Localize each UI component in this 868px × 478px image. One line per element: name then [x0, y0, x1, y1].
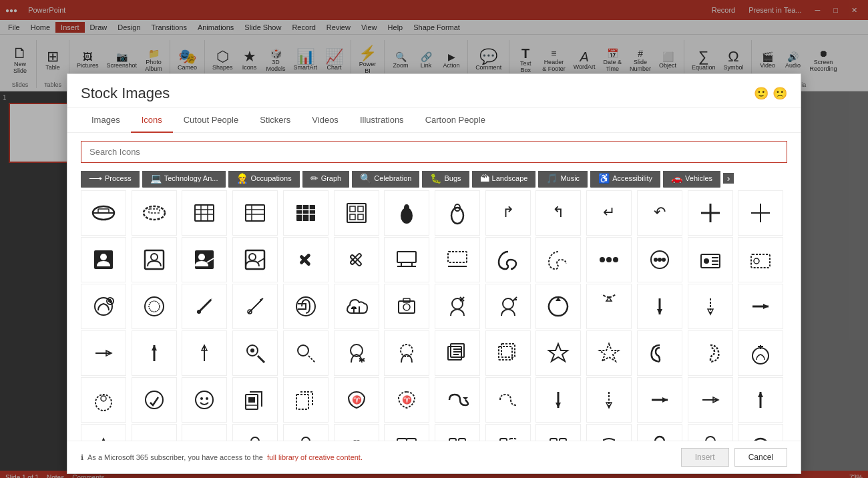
- icon-cell[interactable]: [384, 424, 429, 441]
- icon-cell[interactable]: [334, 330, 379, 376]
- icon-cell[interactable]: [688, 377, 733, 423]
- icon-cell[interactable]: [535, 330, 581, 376]
- tab-icons[interactable]: Icons: [131, 108, 173, 133]
- icon-cell[interactable]: ↶: [637, 190, 682, 236]
- icon-cell[interactable]: [586, 377, 632, 423]
- icon-cell[interactable]: [182, 424, 227, 441]
- icon-cell[interactable]: [688, 237, 733, 282]
- icons-grid-container[interactable]: ↱ ↰ ↵ ↶: [67, 190, 801, 441]
- icon-cell[interactable]: [283, 237, 329, 282]
- icon-cell[interactable]: [132, 377, 177, 423]
- sad-icon[interactable]: 🙁: [773, 86, 787, 101]
- icon-cell[interactable]: [586, 424, 632, 441]
- category-occupations[interactable]: 👷 Occupations: [228, 171, 299, 188]
- happy-icon[interactable]: 🙂: [754, 86, 769, 101]
- icon-cell[interactable]: [81, 284, 126, 329]
- icon-cell[interactable]: [132, 284, 177, 329]
- category-accessibility[interactable]: ♿ Accessibility: [590, 171, 660, 188]
- icon-cell[interactable]: ↰: [535, 190, 581, 236]
- icon-cell[interactable]: ↱: [485, 190, 531, 236]
- icon-cell[interactable]: [232, 284, 278, 329]
- tab-videos[interactable]: Videos: [301, 108, 349, 133]
- icon-cell[interactable]: [384, 330, 429, 376]
- icon-cell[interactable]: [688, 424, 733, 441]
- icon-cell[interactable]: [485, 237, 531, 282]
- icon-cell[interactable]: [334, 424, 379, 441]
- icon-cell[interactable]: [232, 190, 278, 236]
- icon-cell[interactable]: [435, 237, 480, 282]
- category-graph[interactable]: ✏ Graph: [302, 171, 350, 188]
- icon-cell[interactable]: [738, 377, 783, 423]
- icon-cell[interactable]: [182, 237, 227, 282]
- icon-cell[interactable]: [637, 237, 682, 282]
- tab-illustrations[interactable]: Illustrations: [349, 108, 415, 133]
- tab-cartoon-people[interactable]: Cartoon People: [415, 108, 496, 133]
- icon-cell[interactable]: [738, 190, 783, 236]
- icon-cell[interactable]: [637, 284, 682, 329]
- icon-cell[interactable]: [586, 284, 632, 329]
- icon-cell[interactable]: [435, 190, 480, 236]
- category-celebration[interactable]: 🔍 Celebration: [352, 171, 419, 188]
- tab-images[interactable]: Images: [81, 108, 131, 133]
- icon-cell[interactable]: [688, 284, 733, 329]
- icon-cell[interactable]: [688, 330, 733, 376]
- icon-cell[interactable]: [334, 190, 379, 236]
- icon-cell[interactable]: [688, 190, 733, 236]
- cancel-button[interactable]: Cancel: [734, 448, 787, 467]
- icon-cell[interactable]: [182, 377, 227, 423]
- icon-cell[interactable]: [334, 284, 379, 329]
- icon-cell[interactable]: [586, 330, 632, 376]
- icon-cell[interactable]: [435, 284, 480, 329]
- icon-cell[interactable]: [132, 330, 177, 376]
- icon-cell[interactable]: [535, 424, 581, 441]
- icon-cell[interactable]: [232, 330, 278, 376]
- icon-cell[interactable]: [535, 284, 581, 329]
- icon-cell[interactable]: [81, 377, 126, 423]
- icon-cell[interactable]: [485, 377, 531, 423]
- icon-cell[interactable]: [182, 190, 227, 236]
- icon-cell[interactable]: [283, 424, 329, 441]
- icon-cell[interactable]: [81, 190, 126, 236]
- icon-cell[interactable]: [535, 377, 581, 423]
- icon-cell[interactable]: [535, 237, 581, 282]
- footer-link[interactable]: full library of creative content.: [267, 453, 363, 461]
- category-technology[interactable]: 💻 Technology An...: [142, 171, 226, 188]
- icon-cell[interactable]: [232, 424, 278, 441]
- icon-cell[interactable]: [182, 284, 227, 329]
- icon-cell[interactable]: [283, 330, 329, 376]
- icon-cell[interactable]: ↵: [586, 190, 632, 236]
- icon-cell[interactable]: [586, 237, 632, 282]
- icon-cell[interactable]: [81, 237, 126, 282]
- icon-cell[interactable]: [637, 377, 682, 423]
- icon-cell[interactable]: [283, 284, 329, 329]
- icon-cell[interactable]: [485, 284, 531, 329]
- icon-cell[interactable]: [384, 237, 429, 282]
- icon-cell[interactable]: [132, 190, 177, 236]
- icon-cell[interactable]: [232, 377, 278, 423]
- icon-cell[interactable]: [384, 190, 429, 236]
- icon-cell[interactable]: [334, 237, 379, 282]
- icon-cell[interactable]: [132, 424, 177, 441]
- tab-cutout-people[interactable]: Cutout People: [173, 108, 249, 133]
- icon-cell[interactable]: [738, 284, 783, 329]
- icon-cell[interactable]: [81, 330, 126, 376]
- tab-stickers[interactable]: Stickers: [249, 108, 301, 133]
- icon-cell[interactable]: [283, 377, 329, 423]
- icon-cell[interactable]: [81, 424, 126, 441]
- search-input[interactable]: [81, 141, 787, 163]
- icon-cell[interactable]: [485, 330, 531, 376]
- icon-cell[interactable]: [738, 330, 783, 376]
- icon-cell[interactable]: [435, 330, 480, 376]
- category-scroll-right[interactable]: ›: [723, 173, 734, 184]
- icon-cell[interactable]: [637, 424, 682, 441]
- icon-cell[interactable]: [435, 377, 480, 423]
- icon-cell[interactable]: [384, 284, 429, 329]
- icon-cell[interactable]: [232, 237, 278, 282]
- category-bugs[interactable]: 🐛 Bugs: [422, 171, 469, 188]
- icon-cell[interactable]: [738, 237, 783, 282]
- category-vehicles[interactable]: 🚗 Vehicles: [663, 171, 720, 188]
- icon-cell[interactable]: [132, 237, 177, 282]
- category-music[interactable]: 🎵 Music: [538, 171, 588, 188]
- icon-cell[interactable]: [637, 330, 682, 376]
- icon-cell[interactable]: [485, 424, 531, 441]
